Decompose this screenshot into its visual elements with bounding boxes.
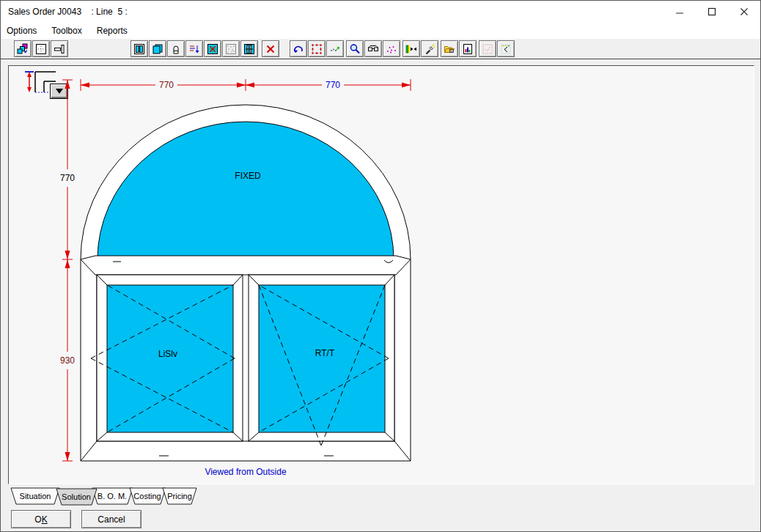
- app-window: Sales Order J0043 : Line 5 : Options Too…: [0, 0, 761, 532]
- select-nodes-icon[interactable]: [308, 40, 326, 57]
- title-bar: Sales Order J0043 : Line 5 :: [1, 1, 760, 23]
- menu-options[interactable]: Options: [1, 23, 44, 39]
- edit-nodes-icon[interactable]: [326, 40, 344, 57]
- undo-icon[interactable]: [290, 40, 307, 57]
- window-design-drawing[interactable]: 770 770 770 930: [9, 66, 755, 485]
- transom-bar: [81, 256, 411, 275]
- svg-text:Solution: Solution: [62, 492, 91, 501]
- svg-text:Costing: Costing: [133, 492, 161, 500]
- scatter-points-icon[interactable]: [383, 40, 400, 57]
- pan-disabled-icon[interactable]: [497, 40, 515, 57]
- left-pane-label: LiSlv: [158, 349, 177, 359]
- mullion-icon[interactable]: [240, 40, 258, 57]
- tab-bom[interactable]: B. O. M.: [92, 488, 133, 504]
- content-area: 770 770 770 930: [1, 60, 760, 531]
- close-icon: [740, 7, 749, 16]
- menu-bar: Options Toolbox Reports: [1, 23, 760, 39]
- tab-solution-active[interactable]: Solution: [56, 489, 97, 505]
- remove-glazing-icon[interactable]: [204, 40, 221, 57]
- dimension-left-lower[interactable]: 930: [60, 355, 75, 366]
- dimension-top-left[interactable]: 770: [159, 80, 174, 90]
- svg-text:Situation: Situation: [20, 492, 51, 500]
- close-button[interactable]: [728, 1, 760, 23]
- svg-text:B. O. M.: B. O. M.: [98, 492, 127, 500]
- end-profile-icon[interactable]: [51, 40, 68, 57]
- align-inward-icon[interactable]: [402, 40, 420, 57]
- open-options-folder-icon[interactable]: [441, 40, 458, 57]
- tab-situation[interactable]: Situation: [11, 488, 59, 504]
- menu-toolbox[interactable]: Toolbox: [44, 23, 89, 39]
- window-frame: [81, 105, 411, 461]
- view-spectacles-icon[interactable]: [364, 40, 382, 57]
- frame-pair-icon[interactable]: [130, 40, 148, 57]
- spray-brush-icon[interactable]: [421, 40, 438, 57]
- toolbar: [1, 39, 760, 59]
- grid-center-icon[interactable]: [32, 40, 50, 57]
- right-glass-pane[interactable]: [259, 285, 385, 432]
- grid-check-disabled-icon[interactable]: [479, 40, 496, 57]
- glazing-icon[interactable]: [149, 40, 166, 57]
- vent-profile-icon[interactable]: [167, 40, 185, 57]
- svg-text:Pricing: Pricing: [167, 492, 192, 500]
- sort-lines-icon[interactable]: [185, 40, 203, 57]
- right-pane-label: RT/T: [315, 348, 335, 358]
- view-caption: Viewed from Outside: [205, 467, 286, 477]
- minimize-button[interactable]: [663, 1, 696, 23]
- dimension-left-upper[interactable]: 770: [60, 173, 75, 183]
- menu-reports[interactable]: Reports: [89, 23, 135, 39]
- report-chart-icon[interactable]: [459, 40, 477, 57]
- horizontal-dimension: [81, 79, 411, 91]
- maximize-button[interactable]: [696, 1, 728, 23]
- window-title: Sales Order J0043 : Line 5 :: [8, 1, 128, 23]
- tab-costing[interactable]: Costing: [130, 488, 166, 504]
- ok-button[interactable]: OK: [11, 510, 71, 528]
- cascade-layers-icon[interactable]: [14, 40, 32, 57]
- minimize-icon: [675, 7, 684, 16]
- delete-icon[interactable]: [262, 40, 279, 57]
- texture-icon[interactable]: [222, 40, 240, 57]
- zoom-icon[interactable]: [346, 40, 364, 57]
- tab-pricing[interactable]: Pricing: [163, 488, 196, 504]
- maximize-icon: [707, 7, 716, 16]
- drawing-canvas[interactable]: 770 770 770 930: [8, 65, 754, 484]
- cancel-button[interactable]: Cancel: [81, 510, 141, 528]
- caption-buttons: [663, 1, 760, 23]
- vertical-dimension: [62, 80, 73, 461]
- arch-pane-label: FIXED: [235, 171, 261, 181]
- dimension-top-right[interactable]: 770: [326, 80, 340, 90]
- tab-strip: Situation B. O. M. Costing Pricing Solut…: [1, 487, 761, 506]
